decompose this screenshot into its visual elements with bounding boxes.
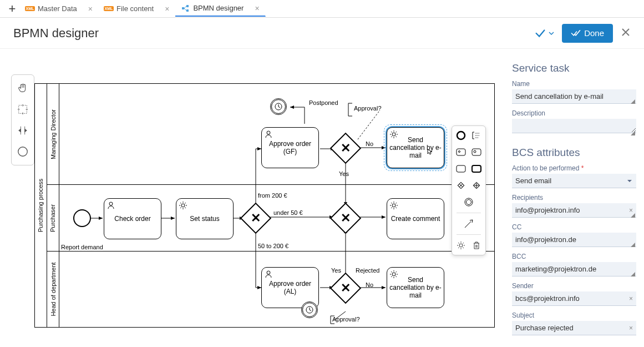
label-yes-bottom: Yes: [331, 267, 341, 274]
task-send-cancel-top[interactable]: Send cancellation by e-mail: [387, 127, 444, 168]
gear-icon: [389, 270, 398, 279]
timer-event-gf[interactable]: [270, 98, 287, 115]
close-icon[interactable]: ×: [255, 4, 259, 13]
svg-rect-1: [186, 5, 189, 7]
connect-tool[interactable]: [463, 218, 475, 230]
bcc-label: BCC: [512, 253, 636, 260]
name-field[interactable]: [512, 89, 636, 104]
page-header: BPMN designer Done: [0, 18, 644, 49]
start-event-label: Report demand: [61, 244, 103, 250]
clock-icon: [305, 305, 314, 314]
task-send-cancel-bottom[interactable]: Send cancellation by e-mail: [387, 267, 444, 308]
append-end-event[interactable]: [455, 129, 467, 142]
space-tool[interactable]: [14, 120, 32, 140]
svg-rect-20: [472, 165, 481, 172]
append-gateway-xor[interactable]: [455, 179, 467, 192]
lane-label: Purchaser: [47, 185, 59, 251]
task-create-comment[interactable]: Create comment: [387, 198, 444, 239]
clock-icon: [274, 102, 283, 111]
gear-icon: [389, 130, 398, 139]
svg-point-13: [392, 273, 395, 276]
tab-bar: + XML Master Data × XML File content × B…: [0, 0, 644, 18]
tab-label: BPMN designer: [193, 4, 244, 12]
svg-point-10: [392, 204, 395, 207]
chevron-down-icon: [549, 31, 554, 36]
svg-point-7: [267, 131, 270, 134]
apply-dropdown[interactable]: [534, 27, 554, 39]
close-icon[interactable]: ×: [165, 4, 169, 13]
lasso-tool[interactable]: [14, 99, 32, 119]
subject-label: Subject: [512, 311, 636, 319]
resize-handle-icon[interactable]: [631, 131, 635, 135]
close-icon[interactable]: ×: [88, 4, 93, 13]
svg-point-9: [392, 133, 395, 136]
resize-handle-icon[interactable]: [631, 272, 635, 276]
start-event[interactable]: [73, 209, 91, 227]
clear-icon[interactable]: ×: [629, 324, 633, 332]
sender-field[interactable]: [512, 291, 636, 306]
tab-file-content[interactable]: XML File content ×: [99, 1, 175, 17]
close-panel-button[interactable]: [621, 26, 631, 41]
action-select[interactable]: Send email: [512, 174, 636, 188]
resize-handle-icon[interactable]: [631, 243, 635, 247]
wrench-tool[interactable]: [455, 239, 467, 252]
sender-label: Sender: [512, 282, 636, 290]
label-rejected: Rejected: [356, 267, 379, 274]
description-field[interactable]: [512, 119, 636, 133]
done-button[interactable]: Done: [562, 24, 613, 43]
svg-point-16: [459, 151, 460, 153]
double-check-icon: [571, 28, 581, 38]
append-task[interactable]: [455, 163, 467, 175]
cc-field[interactable]: [512, 233, 636, 247]
name-label: Name: [512, 80, 636, 88]
clear-icon[interactable]: ×: [629, 295, 633, 303]
create-start-event[interactable]: [14, 142, 32, 162]
bpmn-pool[interactable]: Purchasing process Managing Director Pur…: [34, 83, 495, 328]
append-user-task[interactable]: [455, 146, 467, 158]
annotation-approval-bottom: Approval?: [332, 316, 360, 323]
svg-point-5: [109, 202, 113, 205]
lane-label: Head of department: [47, 252, 59, 327]
cursor-icon: [427, 149, 434, 155]
append-intermediate-event[interactable]: [463, 196, 475, 208]
svg-rect-15: [457, 149, 465, 155]
user-icon: [107, 201, 115, 210]
task-set-status[interactable]: Set status: [176, 198, 234, 239]
gear-icon: [179, 201, 187, 210]
resize-handle-icon[interactable]: [631, 213, 635, 218]
user-icon: [264, 270, 273, 279]
lane-label: Managing Director: [47, 84, 59, 184]
task-approve-gf[interactable]: Approve order (GF): [261, 127, 319, 168]
recipients-label: Recipients: [512, 194, 636, 202]
task-check-order[interactable]: Check order: [104, 198, 161, 239]
append-annotation[interactable]: [470, 129, 483, 142]
label-postponed: Postponed: [309, 99, 338, 106]
palette-toolbox: [11, 74, 34, 165]
annotation-approval-top: Approval?: [354, 105, 382, 112]
subject-field[interactable]: [512, 321, 636, 335]
diagram-icon: [181, 4, 190, 13]
change-type[interactable]: [470, 163, 483, 175]
label-from-200: from 200 €: [258, 192, 287, 199]
user-icon: [264, 130, 273, 139]
tab-label: File content: [116, 4, 154, 13]
delete-tool[interactable]: [470, 239, 483, 252]
resize-handle-icon[interactable]: [631, 99, 635, 104]
svg-point-4: [18, 147, 28, 157]
timer-event-al[interactable]: [301, 301, 318, 318]
tab-master-data[interactable]: XML Master Data ×: [20, 1, 99, 17]
svg-point-11: [267, 271, 270, 274]
xml-icon: XML: [26, 4, 34, 13]
hand-tool[interactable]: [14, 78, 32, 98]
pool-label: Purchasing process: [35, 84, 47, 327]
properties-panel: Service task Name Description BCS attrib…: [504, 56, 644, 342]
bcc-field[interactable]: [512, 262, 636, 276]
new-tab-button[interactable]: +: [4, 1, 20, 17]
svg-point-18: [474, 150, 476, 153]
check-icon: [534, 27, 546, 39]
tab-bpmn-designer[interactable]: BPMN designer ×: [175, 1, 265, 17]
recipients-field[interactable]: [512, 203, 636, 218]
append-service-task[interactable]: [470, 146, 483, 158]
section-title-task: Service task: [512, 62, 636, 74]
append-gateway-and[interactable]: [470, 179, 483, 192]
